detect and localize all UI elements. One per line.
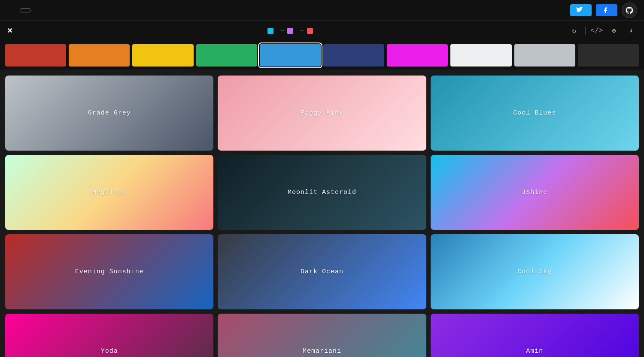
share-twitter-button[interactable]	[570, 4, 592, 16]
gradient-card[interactable]: Piggy Pink	[218, 76, 426, 151]
gradient-card[interactable]: Amin	[431, 314, 639, 357]
gradient-label: JShine	[522, 189, 547, 196]
color-swatch-6[interactable]	[323, 44, 384, 67]
download-icon[interactable]: ⬇	[625, 25, 637, 37]
code-icon[interactable]: </>	[591, 25, 603, 37]
github-icon	[625, 6, 634, 15]
color-swatch-3[interactable]	[132, 44, 193, 67]
add-icon[interactable]: ⊕	[608, 25, 620, 37]
gradient-label: Yoda	[101, 348, 118, 355]
gradient-label: Amin	[526, 348, 543, 355]
color-swatch-2[interactable]	[69, 44, 130, 67]
color1-dot	[267, 28, 273, 34]
color2-dot	[287, 28, 293, 34]
color-swatch-5[interactable]	[260, 44, 321, 67]
gradient-card[interactable]: MegaTron	[5, 155, 213, 230]
twitter-icon	[576, 7, 583, 14]
refresh-icon[interactable]: ↻	[568, 25, 580, 37]
facebook-icon	[602, 7, 609, 14]
header-left	[7, 8, 31, 12]
get-free-button[interactable]	[20, 8, 31, 12]
gradient-label: Cool Sky	[517, 268, 552, 275]
gradient-label: Piggy Pink	[301, 109, 343, 117]
gradient-grid: Grade GreyPiggy PinkCool BluesMegaTronMo…	[0, 70, 644, 357]
gradient-card[interactable]: Memariani	[218, 314, 426, 357]
close-icon: ✕	[7, 27, 12, 35]
color3-dot	[307, 28, 313, 34]
github-button[interactable]	[622, 3, 637, 18]
header-right	[570, 3, 637, 18]
gradient-label: Cool Blues	[513, 109, 556, 117]
toolbar: ✕ → → ↻ </> ⊕ ⬇	[0, 21, 644, 41]
color-swatch-10[interactable]	[578, 44, 639, 67]
gradient-label: Dark Ocean	[301, 268, 343, 275]
gradient-label: Memariani	[303, 348, 341, 355]
arrow2: →	[300, 27, 304, 34]
gradient-card[interactable]: Cool Sky	[431, 234, 639, 309]
gradient-card[interactable]: Cool Blues	[431, 76, 639, 151]
gradient-label: Moonlit Asteroid	[288, 189, 356, 196]
toolbar-actions: ↻ </> ⊕ ⬇	[568, 25, 637, 37]
gradient-card[interactable]: Evening Sunshine	[5, 234, 213, 309]
share-facebook-button[interactable]	[596, 4, 617, 16]
color-swatch-9[interactable]	[514, 44, 575, 67]
gradient-card[interactable]: Moonlit Asteroid	[218, 155, 426, 230]
toolbar-divider	[585, 27, 586, 35]
gradient-label: Evening Sunshine	[75, 268, 144, 275]
color-swatch-4[interactable]	[196, 44, 257, 67]
arrow1: →	[280, 27, 284, 34]
gradient-label: MegaTron	[92, 189, 127, 196]
gradient-card[interactable]: Grade Grey	[5, 76, 213, 151]
gradient-card[interactable]: JShine	[431, 155, 639, 230]
header	[0, 0, 644, 21]
color-swatch-7[interactable]	[387, 44, 448, 67]
gradient-card[interactable]: Yoda	[5, 314, 213, 357]
color-info: → →	[267, 27, 316, 34]
show-all-gradients[interactable]: ✕	[7, 27, 16, 35]
color-swatch-8[interactable]	[450, 44, 511, 67]
gradient-label: Grade Grey	[88, 109, 131, 117]
color-swatches-bar	[0, 41, 644, 70]
gradient-card[interactable]: Dark Ocean	[218, 234, 426, 309]
color-swatch-1[interactable]	[5, 44, 66, 67]
